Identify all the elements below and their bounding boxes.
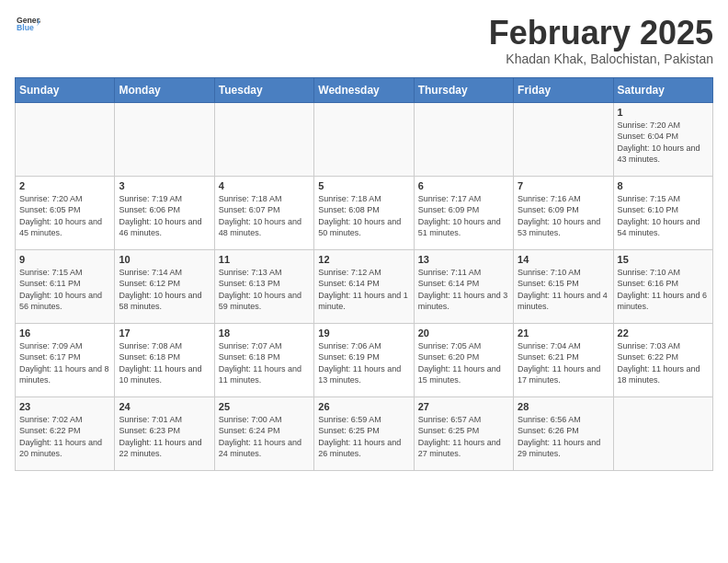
day-number: 10 [119, 254, 210, 265]
calendar-week-row: 9Sunrise: 7:15 AM Sunset: 6:11 PM Daylig… [16, 249, 713, 323]
calendar-title: February 2025 [489, 15, 713, 52]
day-number: 14 [518, 254, 609, 265]
table-row: 4Sunrise: 7:18 AM Sunset: 6:07 PM Daylig… [214, 176, 313, 249]
day-info: Sunrise: 7:09 AM Sunset: 6:17 PM Dayligh… [19, 340, 110, 386]
day-info: Sunrise: 7:04 AM Sunset: 6:21 PM Dayligh… [518, 340, 609, 386]
day-info: Sunrise: 6:59 AM Sunset: 6:25 PM Dayligh… [318, 414, 409, 460]
day-info: Sunrise: 7:12 AM Sunset: 6:14 PM Dayligh… [318, 267, 409, 313]
day-info: Sunrise: 6:56 AM Sunset: 6:26 PM Dayligh… [518, 414, 609, 460]
calendar-header-row: Sunday Monday Tuesday Wednesday Thursday… [16, 77, 713, 102]
calendar-subtitle: Khadan Khak, Balochistan, Pakistan [489, 52, 713, 66]
day-info: Sunrise: 7:10 AM Sunset: 6:15 PM Dayligh… [518, 267, 609, 313]
day-number: 21 [518, 327, 609, 339]
day-info: Sunrise: 6:57 AM Sunset: 6:25 PM Dayligh… [418, 414, 509, 460]
table-row: 10Sunrise: 7:14 AM Sunset: 6:12 PM Dayli… [115, 249, 214, 323]
day-info: Sunrise: 7:13 AM Sunset: 6:13 PM Dayligh… [219, 267, 310, 313]
table-row: 27Sunrise: 6:57 AM Sunset: 6:25 PM Dayli… [414, 396, 513, 470]
day-number: 3 [119, 180, 210, 191]
calendar-week-row: 2Sunrise: 7:20 AM Sunset: 6:05 PM Daylig… [16, 176, 713, 249]
day-number: 11 [219, 254, 310, 265]
calendar-table: Sunday Monday Tuesday Wednesday Thursday… [15, 77, 713, 471]
table-row: 25Sunrise: 7:00 AM Sunset: 6:24 PM Dayli… [214, 396, 313, 470]
day-info: Sunrise: 7:11 AM Sunset: 6:14 PM Dayligh… [418, 267, 509, 313]
logo-icon: General Blue [15, 15, 40, 33]
col-saturday: Saturday [613, 77, 712, 102]
table-row: 23Sunrise: 7:02 AM Sunset: 6:22 PM Dayli… [16, 396, 115, 470]
table-row [214, 102, 313, 176]
col-tuesday: Tuesday [214, 77, 313, 102]
day-number: 7 [518, 180, 609, 191]
table-row [514, 102, 613, 176]
day-info: Sunrise: 7:06 AM Sunset: 6:19 PM Dayligh… [318, 340, 409, 386]
day-info: Sunrise: 7:05 AM Sunset: 6:20 PM Dayligh… [418, 340, 509, 386]
day-info: Sunrise: 7:17 AM Sunset: 6:09 PM Dayligh… [418, 193, 509, 239]
table-row [115, 102, 214, 176]
day-info: Sunrise: 7:14 AM Sunset: 6:12 PM Dayligh… [119, 267, 210, 313]
table-row: 14Sunrise: 7:10 AM Sunset: 6:15 PM Dayli… [514, 249, 613, 323]
day-info: Sunrise: 7:18 AM Sunset: 6:07 PM Dayligh… [219, 193, 310, 239]
table-row: 8Sunrise: 7:15 AM Sunset: 6:10 PM Daylig… [613, 176, 712, 249]
table-row: 9Sunrise: 7:15 AM Sunset: 6:11 PM Daylig… [16, 249, 115, 323]
day-number: 27 [418, 401, 509, 412]
col-wednesday: Wednesday [314, 77, 414, 102]
table-row: 15Sunrise: 7:10 AM Sunset: 6:16 PM Dayli… [613, 249, 712, 323]
col-monday: Monday [115, 77, 214, 102]
day-number: 12 [318, 254, 409, 265]
day-number: 15 [618, 254, 709, 265]
table-row: 1Sunrise: 7:20 AM Sunset: 6:04 PM Daylig… [613, 102, 712, 176]
day-number: 18 [219, 327, 310, 339]
day-number: 2 [19, 180, 110, 191]
table-row: 20Sunrise: 7:05 AM Sunset: 6:20 PM Dayli… [414, 323, 513, 396]
table-row: 7Sunrise: 7:16 AM Sunset: 6:09 PM Daylig… [514, 176, 613, 249]
table-row: 2Sunrise: 7:20 AM Sunset: 6:05 PM Daylig… [16, 176, 115, 249]
day-number: 20 [418, 327, 509, 339]
day-number: 19 [318, 327, 409, 339]
day-number: 6 [418, 180, 509, 191]
day-info: Sunrise: 7:03 AM Sunset: 6:22 PM Dayligh… [618, 340, 709, 386]
table-row: 26Sunrise: 6:59 AM Sunset: 6:25 PM Dayli… [314, 396, 414, 470]
day-info: Sunrise: 7:07 AM Sunset: 6:18 PM Dayligh… [219, 340, 310, 386]
day-number: 1 [618, 107, 709, 118]
day-info: Sunrise: 7:08 AM Sunset: 6:18 PM Dayligh… [119, 340, 210, 386]
day-number: 17 [119, 327, 210, 339]
table-row [16, 102, 115, 176]
day-number: 23 [19, 401, 110, 412]
day-number: 4 [219, 180, 310, 191]
table-row: 5Sunrise: 7:18 AM Sunset: 6:08 PM Daylig… [314, 176, 414, 249]
logo: General Blue [15, 15, 40, 33]
table-row: 3Sunrise: 7:19 AM Sunset: 6:06 PM Daylig… [115, 176, 214, 249]
day-number: 13 [418, 254, 509, 265]
page-header: General Blue February 2025 Khadan Khak, … [15, 15, 713, 66]
day-info: Sunrise: 7:01 AM Sunset: 6:23 PM Dayligh… [119, 414, 210, 460]
calendar-week-row: 23Sunrise: 7:02 AM Sunset: 6:22 PM Dayli… [16, 396, 713, 470]
day-number: 22 [618, 327, 709, 339]
day-info: Sunrise: 7:15 AM Sunset: 6:11 PM Dayligh… [19, 267, 110, 313]
day-info: Sunrise: 7:02 AM Sunset: 6:22 PM Dayligh… [19, 414, 110, 460]
table-row: 12Sunrise: 7:12 AM Sunset: 6:14 PM Dayli… [314, 249, 414, 323]
title-block: February 2025 Khadan Khak, Balochistan, … [489, 15, 713, 66]
day-number: 25 [219, 401, 310, 412]
calendar-week-row: 1Sunrise: 7:20 AM Sunset: 6:04 PM Daylig… [16, 102, 713, 176]
table-row: 19Sunrise: 7:06 AM Sunset: 6:19 PM Dayli… [314, 323, 414, 396]
day-number: 24 [119, 401, 210, 412]
table-row: 6Sunrise: 7:17 AM Sunset: 6:09 PM Daylig… [414, 176, 513, 249]
table-row [613, 396, 712, 470]
table-row: 22Sunrise: 7:03 AM Sunset: 6:22 PM Dayli… [613, 323, 712, 396]
day-info: Sunrise: 7:20 AM Sunset: 6:04 PM Dayligh… [618, 120, 709, 166]
calendar-week-row: 16Sunrise: 7:09 AM Sunset: 6:17 PM Dayli… [16, 323, 713, 396]
day-info: Sunrise: 7:19 AM Sunset: 6:06 PM Dayligh… [119, 193, 210, 239]
svg-text:Blue: Blue [17, 23, 34, 32]
table-row [414, 102, 513, 176]
table-row: 17Sunrise: 7:08 AM Sunset: 6:18 PM Dayli… [115, 323, 214, 396]
table-row: 13Sunrise: 7:11 AM Sunset: 6:14 PM Dayli… [414, 249, 513, 323]
table-row: 16Sunrise: 7:09 AM Sunset: 6:17 PM Dayli… [16, 323, 115, 396]
day-number: 26 [318, 401, 409, 412]
table-row: 11Sunrise: 7:13 AM Sunset: 6:13 PM Dayli… [214, 249, 313, 323]
table-row: 28Sunrise: 6:56 AM Sunset: 6:26 PM Dayli… [514, 396, 613, 470]
day-info: Sunrise: 7:20 AM Sunset: 6:05 PM Dayligh… [19, 193, 110, 239]
table-row: 18Sunrise: 7:07 AM Sunset: 6:18 PM Dayli… [214, 323, 313, 396]
day-info: Sunrise: 7:15 AM Sunset: 6:10 PM Dayligh… [618, 193, 709, 239]
day-number: 28 [518, 401, 609, 412]
col-friday: Friday [514, 77, 613, 102]
col-sunday: Sunday [16, 77, 115, 102]
